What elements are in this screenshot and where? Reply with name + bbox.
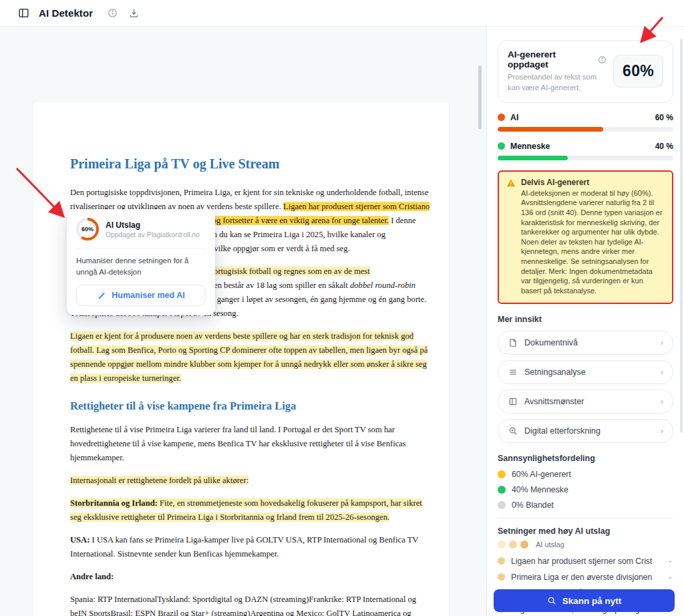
insight-item-label: Digital etterforskning bbox=[524, 426, 601, 436]
highlighted-sentence[interactable]: Internasjonalt er rettighetene fordelt p… bbox=[70, 476, 248, 485]
distribution-row-mixed: 0% Blandet bbox=[498, 500, 673, 510]
page-title: AI Detektor bbox=[39, 7, 93, 19]
distribution-label: 60% AI-generert bbox=[512, 470, 571, 479]
doc-paragraph-intl: Internasjonalt er rettighetene fordelt p… bbox=[70, 474, 434, 488]
humanize-button[interactable]: Humaniser med AI bbox=[76, 285, 206, 306]
insight-item-label: Dokumentnivå bbox=[524, 338, 578, 347]
score-ring: 60% bbox=[76, 218, 99, 241]
ai-meter: AI 60 % bbox=[498, 113, 673, 132]
green-dot bbox=[498, 486, 506, 494]
detector-sidebar: AI-generert oppdaget Prosentandel av tek… bbox=[486, 27, 684, 616]
ai-signal-dot bbox=[498, 573, 505, 581]
legend-label: AI utslag bbox=[536, 541, 564, 549]
doc-heading-2a: Rettigheter til å vise kampene fra Prime… bbox=[70, 399, 434, 413]
insight-item-document-level[interactable]: Dokumentnivå › bbox=[498, 331, 673, 355]
score-ring-value: 60% bbox=[79, 220, 96, 238]
insight-item-sentence-analysis[interactable]: Setningsanalyse › bbox=[498, 360, 673, 384]
tooltip-title: AI Utslag bbox=[106, 220, 200, 230]
legend-dot-mid bbox=[509, 541, 517, 549]
doc-text: I USA kan fans se Primeira Liga-kamper l… bbox=[70, 535, 418, 559]
wand-icon bbox=[97, 291, 107, 301]
chevron-right-icon: › bbox=[661, 337, 663, 347]
info-icon[interactable] bbox=[106, 7, 118, 19]
chevron-right-icon: › bbox=[661, 426, 663, 436]
score-card: AI-generert oppdaget Prosentandel av tek… bbox=[498, 40, 673, 103]
document-page: Primeira Liga på TV og Live Stream Den p… bbox=[33, 102, 449, 616]
doc-paragraph-rights: Rettighetene til å vise Primeira Liga va… bbox=[70, 423, 434, 465]
insight-item-label: Setningsanalyse bbox=[524, 367, 586, 377]
distribution-label: 40% Menneske bbox=[512, 485, 568, 494]
ai-bar-label: AI bbox=[510, 113, 518, 122]
divider bbox=[498, 518, 673, 518]
sentences-section-label: Setninger med høy AI utslag bbox=[498, 526, 673, 536]
document-pane: Primeira Liga på TV og Live Stream Den p… bbox=[0, 27, 486, 616]
sidebar-toggle-icon[interactable] bbox=[17, 7, 29, 19]
chevron-down-icon: ⌄ bbox=[667, 556, 673, 565]
insight-item-paragraph-pattern[interactable]: Avsnittsmønster › bbox=[498, 390, 673, 414]
download-icon[interactable] bbox=[128, 7, 140, 19]
sentence-text: Ligaen har produsert stjerner som Cristi… bbox=[511, 557, 653, 566]
chevron-right-icon: › bbox=[661, 367, 663, 377]
rescan-button-label: Skann på nytt bbox=[562, 596, 622, 606]
ai-signal-legend: AI utslag bbox=[498, 541, 673, 549]
chevron-down-icon: ⌄ bbox=[667, 572, 673, 581]
human-meter: Menneske 40 % bbox=[498, 142, 673, 160]
document-icon bbox=[508, 337, 518, 347]
doc-paragraph-uk: Storbritannia og Irland: Fite, en strømm… bbox=[70, 496, 434, 524]
insight-item-digital-forensics[interactable]: Digital etterforskning › bbox=[498, 419, 673, 443]
distribution-row-human: 40% Menneske bbox=[498, 485, 673, 494]
tooltip-source: Oppdaget av Plagiatkontroll.no bbox=[106, 231, 200, 239]
insights-section-label: Mer innsikt bbox=[498, 315, 673, 324]
gray-dot bbox=[498, 501, 506, 509]
sentence-item[interactable]: Primeira Liga er den øverste divisjonen … bbox=[498, 573, 673, 582]
forensics-zoom-icon bbox=[508, 426, 518, 436]
warning-title: Delvis AI-generert bbox=[521, 178, 665, 187]
humanize-button-label: Humaniser med AI bbox=[112, 291, 184, 300]
ai-dot bbox=[498, 114, 505, 121]
ai-signal-dot bbox=[498, 557, 505, 565]
doc-text-bold: Storbritannia og Irland: bbox=[70, 498, 158, 508]
app-header: AI Detektor bbox=[0, 0, 684, 27]
legend-dot-low bbox=[498, 541, 506, 549]
insight-item-label: Avsnittsmønster bbox=[524, 397, 584, 406]
warning-icon bbox=[506, 178, 516, 296]
human-bar-label: Menneske bbox=[510, 142, 550, 151]
score-card-title: AI-generert oppdaget bbox=[508, 49, 593, 69]
ai-bar-value: 60 % bbox=[655, 113, 673, 122]
highlighted-sentence[interactable]: Ligaen er kjent for å produsere noen av … bbox=[70, 331, 428, 383]
distribution-row-ai: 60% AI-generert bbox=[498, 470, 673, 479]
doc-text-bold: USA: bbox=[70, 535, 90, 545]
legend-dot-high bbox=[520, 541, 528, 549]
doc-text-bold: Andre land: bbox=[70, 572, 114, 581]
distribution-section-label: Sannsynlighetsfordeling bbox=[498, 454, 673, 463]
tooltip-hint: Humaniser denne setningen for å unngå AI… bbox=[76, 255, 206, 277]
sentence-lines-icon bbox=[508, 367, 518, 377]
human-bar-fill bbox=[498, 156, 568, 160]
search-icon bbox=[547, 596, 557, 606]
paragraph-pattern-icon bbox=[508, 396, 518, 406]
human-bar-value: 40 % bbox=[655, 142, 673, 151]
warning-body: AI-deteksjonen er moderat til høy (60%).… bbox=[521, 188, 665, 296]
doc-text: Ligaen består av 18 lag som spiller en s… bbox=[196, 281, 350, 290]
score-card-subtitle: Prosentandel av tekst som kan være AI-ge… bbox=[508, 72, 607, 94]
doc-paragraph-countries: Spania: RTP InternationalTyskland: Sport… bbox=[70, 593, 434, 616]
info-icon[interactable] bbox=[597, 55, 607, 65]
ai-bar-fill bbox=[498, 127, 603, 132]
yellow-dot bbox=[498, 470, 506, 478]
doc-paragraph-other-label: Andre land: bbox=[70, 570, 434, 584]
chevron-right-icon: › bbox=[661, 396, 663, 406]
tooltip-divider bbox=[76, 248, 206, 249]
partial-ai-warning: Delvis AI-generert AI-deteksjonen er mod… bbox=[498, 170, 673, 304]
doc-heading-1: Primeira Liga på TV og Live Stream bbox=[70, 156, 434, 172]
sidebar-scrollbar-thumb[interactable] bbox=[680, 39, 683, 433]
ai-sentence-tooltip: 60% AI Utslag Oppdaget av Plagiatkontrol… bbox=[67, 209, 215, 315]
rescan-button[interactable]: Skann på nytt bbox=[494, 589, 675, 612]
document-scrollbar-thumb[interactable] bbox=[478, 65, 482, 129]
sentence-item[interactable]: Ligaen har produsert stjerner som Cristi… bbox=[498, 557, 673, 566]
highlighted-sentence[interactable]: Storbritannia og Irland: Fite, en strømm… bbox=[70, 498, 422, 522]
ai-bar-track bbox=[498, 127, 673, 132]
doc-paragraph-stars: Ligaen er kjent for å produsere noen av … bbox=[70, 329, 434, 386]
score-value-badge: 60% bbox=[613, 55, 663, 88]
human-bar-track bbox=[498, 156, 673, 160]
sentence-text: Primeira Liga er den øverste divisjonen … bbox=[511, 573, 653, 582]
